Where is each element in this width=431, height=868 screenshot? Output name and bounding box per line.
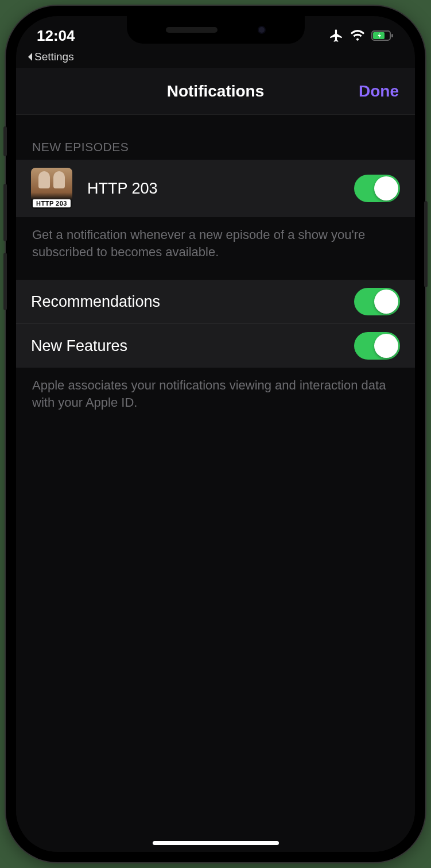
page-title: Notifications bbox=[167, 82, 265, 101]
battery-icon bbox=[371, 30, 394, 41]
nav-bar: Notifications Done bbox=[16, 68, 415, 115]
wifi-icon bbox=[350, 29, 366, 42]
podcast-row-http203: HTTP 203 HTTP 203 bbox=[16, 160, 415, 217]
podcast-thumbnail: HTTP 203 bbox=[31, 168, 72, 209]
back-label: Settings bbox=[34, 51, 74, 63]
podcast-title: HTTP 203 bbox=[87, 180, 354, 198]
toggle-recommendations[interactable] bbox=[354, 288, 400, 315]
thumbnail-caption: HTTP 203 bbox=[33, 199, 71, 207]
toggle-new-features[interactable] bbox=[354, 332, 400, 360]
done-button[interactable]: Done bbox=[359, 82, 399, 101]
section-footer-general: Apple associates your notifications view… bbox=[16, 368, 415, 430]
svg-rect-2 bbox=[391, 34, 393, 37]
status-time: 12:04 bbox=[37, 27, 123, 45]
label-new-features: New Features bbox=[31, 337, 354, 355]
row-recommendations: Recommendations bbox=[16, 280, 415, 324]
section-footer-new-episodes: Get a notification whenever a new episod… bbox=[16, 217, 415, 280]
airplane-mode-icon bbox=[329, 28, 344, 43]
home-indicator[interactable] bbox=[153, 841, 279, 845]
back-to-settings[interactable]: Settings bbox=[16, 51, 415, 68]
row-new-features: New Features bbox=[16, 324, 415, 368]
label-recommendations: Recommendations bbox=[31, 293, 354, 311]
section-header-new-episodes: NEW EPISODES bbox=[16, 115, 415, 160]
toggle-http203[interactable] bbox=[354, 175, 400, 202]
